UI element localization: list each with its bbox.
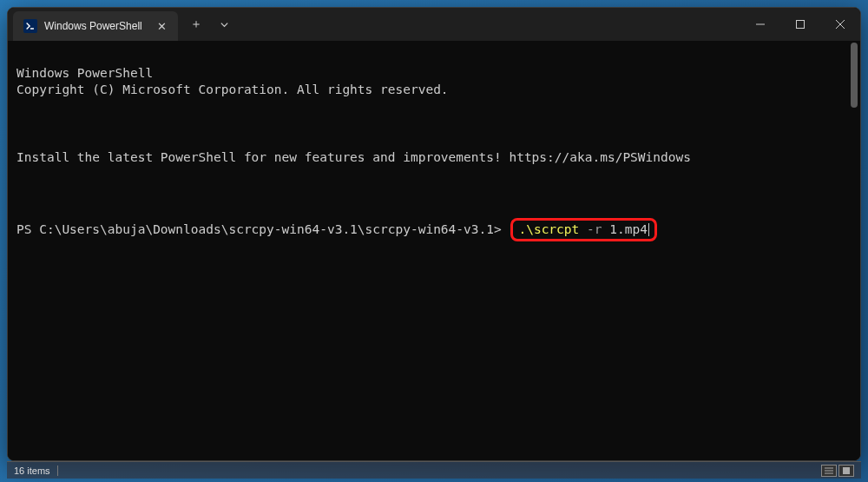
terminal-line: Copyright (C) Microsoft Corporation. All…: [16, 82, 852, 99]
svg-rect-3: [797, 21, 805, 29]
tab-title: Windows PowerShell: [44, 20, 147, 32]
command-argument: 1.mp4: [609, 222, 648, 236]
command-flag: -r: [587, 222, 602, 236]
tab-powershell[interactable]: Windows PowerShell ✕: [13, 11, 178, 41]
terminal-line: [16, 116, 852, 133]
prompt-line: PS C:\Users\abuja\Downloads\scrcpy-win64…: [16, 222, 657, 236]
explorer-statusbar: 16 items: [7, 461, 861, 479]
command-highlight-box: .\scrcpt -r 1.mp4: [510, 218, 656, 242]
status-view-switcher: [821, 465, 854, 477]
scrollbar-thumb[interactable]: [851, 43, 858, 108]
status-items-count: 16 items: [14, 465, 50, 476]
command-executable: .\scrcpt: [518, 222, 579, 236]
prompt-text: PS C:\Users\abuja\Downloads\scrcpy-win64…: [16, 222, 502, 236]
titlebar-drag-area[interactable]: [237, 8, 740, 41]
terminal-line: [16, 184, 852, 201]
titlebar[interactable]: Windows PowerShell ✕ ＋: [8, 8, 860, 41]
close-button[interactable]: [820, 8, 860, 41]
minimize-button[interactable]: [740, 8, 780, 41]
tabbar-controls: ＋: [178, 8, 237, 41]
tab-dropdown-button[interactable]: [211, 11, 237, 37]
text-cursor: [648, 223, 649, 236]
view-thumbnails-button[interactable]: [838, 465, 854, 477]
tab-close-button[interactable]: ✕: [154, 18, 169, 34]
view-details-button[interactable]: [821, 465, 837, 477]
terminal-line: Windows PowerShell: [16, 65, 852, 83]
terminal-body[interactable]: Windows PowerShellCopyright (C) Microsof…: [8, 41, 860, 460]
terminal-line: Install the latest PowerShell for new fe…: [16, 149, 852, 167]
maximize-button[interactable]: [780, 8, 820, 41]
powershell-icon: [23, 19, 37, 33]
terminal-window: Windows PowerShell ✕ ＋ Windows PowerShel…: [7, 7, 861, 461]
new-tab-button[interactable]: ＋: [183, 11, 209, 37]
window-controls: [740, 8, 860, 41]
status-separator: [57, 465, 58, 476]
scrollbar-track[interactable]: [849, 41, 859, 459]
